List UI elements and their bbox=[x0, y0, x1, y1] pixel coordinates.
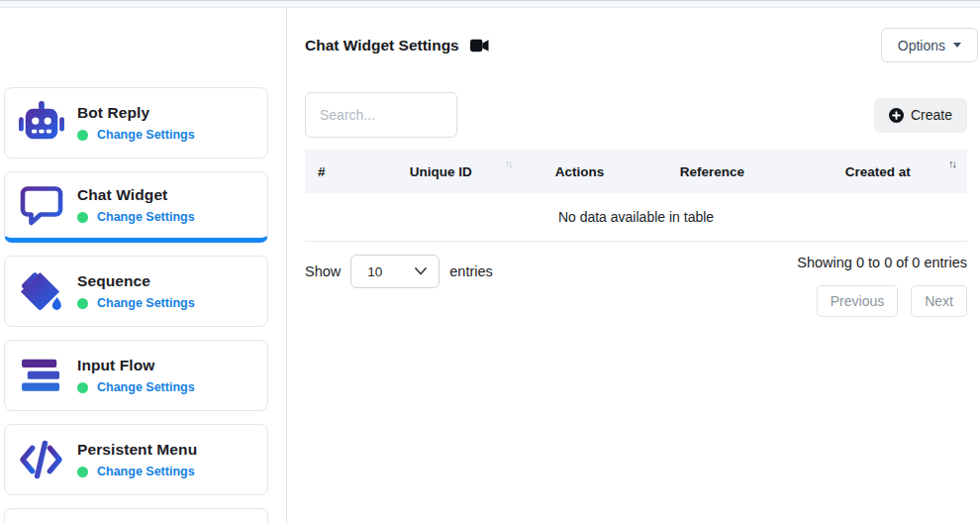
sidebar-item-label: Sequence bbox=[77, 272, 195, 290]
top-accent-bar bbox=[0, 0, 980, 8]
main-content: Chat Widget Settings Options bbox=[287, 8, 980, 524]
create-button[interactable]: Create bbox=[874, 98, 967, 133]
change-settings-link[interactable]: Change Settings bbox=[97, 210, 195, 224]
column-header-unique-id[interactable]: Unique ID ↑↓ bbox=[358, 164, 524, 179]
create-button-label: Create bbox=[911, 107, 952, 123]
chat-bubble-icon bbox=[18, 184, 64, 226]
page-length-control: Show 10 entries bbox=[305, 255, 493, 288]
sort-arrows-icon[interactable]: ↑↓ bbox=[948, 157, 955, 169]
column-header-actions[interactable]: Actions bbox=[524, 164, 637, 179]
sidebar-item-label: Input Flow bbox=[77, 357, 195, 374]
page-length-value: 10 bbox=[367, 264, 382, 279]
status-dot bbox=[77, 130, 88, 141]
entries-label: entries bbox=[449, 263, 493, 279]
sidebar-item-label: Chat Widget bbox=[77, 186, 195, 204]
sidebar-item-sequence[interactable]: Sequence Change Settings bbox=[4, 256, 268, 327]
search-input[interactable] bbox=[305, 92, 457, 138]
change-settings-link[interactable]: Change Settings bbox=[97, 465, 195, 478]
page-length-select[interactable]: 10 bbox=[350, 255, 440, 288]
column-header-reference[interactable]: Reference bbox=[636, 164, 788, 179]
change-settings-link[interactable]: Change Settings bbox=[97, 296, 195, 310]
sidebar-item-input-flow[interactable]: Input Flow Change Settings bbox=[4, 340, 268, 411]
status-dot bbox=[77, 212, 88, 223]
options-button[interactable]: Options bbox=[881, 28, 978, 62]
column-header-label: Created at bbox=[845, 164, 911, 179]
app-window: Bot Reply Change Settings bbox=[0, 0, 980, 524]
sidebar-item-label: Persistent Menu bbox=[77, 441, 197, 459]
list-bars-icon bbox=[18, 357, 64, 394]
chevron-down-icon bbox=[415, 267, 427, 275]
options-button-label: Options bbox=[898, 38, 945, 53]
sidebar-item-partial[interactable] bbox=[4, 508, 268, 524]
next-button[interactable]: Next bbox=[911, 285, 967, 317]
status-dot bbox=[77, 298, 88, 309]
column-header-label: Unique ID bbox=[410, 164, 472, 179]
table-header: # Unique ID ↑↓ Actions Reference Created… bbox=[305, 150, 967, 193]
show-label: Show bbox=[305, 263, 341, 279]
status-dot bbox=[77, 467, 88, 477]
sidebar-item-chat-widget[interactable]: Chat Widget Change Settings bbox=[4, 171, 268, 243]
caret-down-icon bbox=[953, 43, 961, 48]
sidebar-logo-area bbox=[0, 8, 286, 87]
sidebar-item-label: Bot Reply bbox=[77, 104, 195, 122]
page-title: Chat Widget Settings bbox=[305, 37, 459, 54]
sidebar: Bot Reply Change Settings bbox=[0, 8, 287, 524]
data-table: # Unique ID ↑↓ Actions Reference Created… bbox=[305, 150, 967, 242]
previous-button[interactable]: Previous bbox=[817, 285, 898, 317]
change-settings-link[interactable]: Change Settings bbox=[97, 380, 195, 394]
sidebar-item-bot-reply[interactable]: Bot Reply Change Settings bbox=[4, 87, 268, 158]
sort-arrows-icon[interactable]: ↑↓ bbox=[505, 157, 512, 169]
column-header-created-at[interactable]: Created at ↑↓ bbox=[788, 164, 967, 179]
paint-bucket-icon bbox=[18, 269, 64, 314]
plus-circle-icon bbox=[889, 108, 904, 123]
pagination: Previous Next bbox=[817, 285, 967, 317]
table-info-text: Showing 0 to 0 of 0 entries bbox=[797, 255, 967, 270]
robot-icon bbox=[18, 101, 64, 145]
table-empty-message: No data available in table bbox=[305, 193, 967, 242]
code-icon bbox=[18, 439, 64, 480]
column-header-number[interactable]: # bbox=[305, 164, 358, 179]
status-dot bbox=[77, 382, 88, 393]
change-settings-link[interactable]: Change Settings bbox=[97, 128, 195, 142]
video-camera-icon bbox=[470, 39, 489, 52]
sidebar-item-persistent-menu[interactable]: Persistent Menu Change Settings bbox=[4, 424, 268, 495]
